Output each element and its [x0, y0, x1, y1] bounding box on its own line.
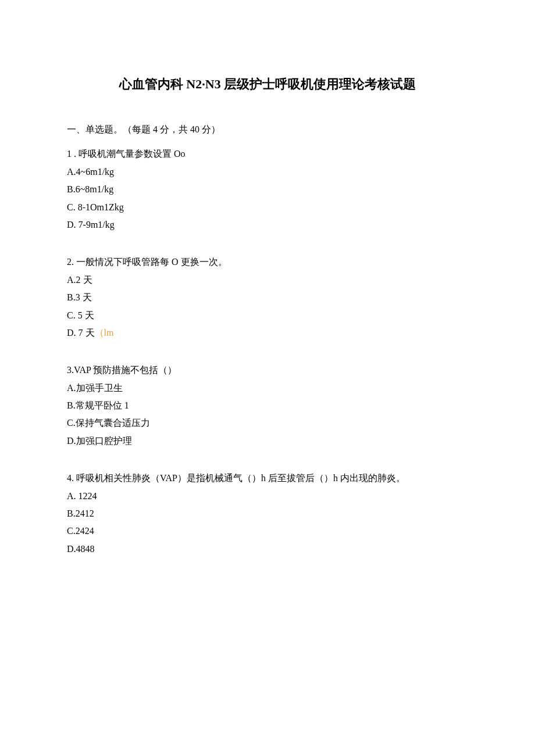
question-block-2: 2. 一般情况下呼吸管路每 O 更换一次。 A.2 天 B.3 天 C. 5 天…: [67, 253, 468, 342]
question-2-option-d: D. 7 天（lm: [67, 324, 468, 342]
question-3-option-d: D.加强口腔护理: [67, 432, 468, 450]
question-3-text: 3.VAP 预防措施不包括（）: [67, 361, 468, 379]
question-block-4: 4. 呼吸机相关性肺炎（VAP）是指机械通气（）h 后至拔管后（）h 内出现的肺…: [67, 470, 468, 558]
question-3-option-b: B.常规平卧位 1: [67, 397, 468, 414]
question-4-option-b: B.2412: [67, 505, 468, 522]
question-4-option-c: C.2424: [67, 522, 468, 540]
question-1-option-b: B.6~8m1/kg: [67, 181, 468, 198]
question-2-text: 2. 一般情况下呼吸管路每 O 更换一次。: [67, 253, 468, 271]
question-1-option-d: D. 7-9m1/kg: [67, 216, 468, 234]
question-3-option-c: C.保持气囊合适压力: [67, 414, 468, 432]
question-block-1: 1 . 呼吸机潮气量参数设置 Oo A.4~6m1/kg B.6~8m1/kg …: [67, 145, 468, 234]
question-2-option-c: C. 5 天: [67, 307, 468, 324]
question-1-option-a: A.4~6m1/kg: [67, 163, 468, 181]
question-4-option-d: D.4848: [67, 540, 468, 558]
question-4-text: 4. 呼吸机相关性肺炎（VAP）是指机械通气（）h 后至拔管后（）h 内出现的肺…: [67, 470, 468, 487]
question-1-text: 1 . 呼吸机潮气量参数设置 Oo: [67, 145, 468, 163]
section-header: 一、单选题。（每题 4 分，共 40 分）: [67, 121, 468, 138]
question-2-option-a: A.2 天: [67, 271, 468, 289]
question-2-option-b: B.3 天: [67, 289, 468, 306]
question-2-option-d-text: D. 7 天: [67, 328, 95, 338]
page-title: 心血管内科 N2·N3 层级护士呼吸机使用理论考核试题: [67, 76, 468, 93]
question-block-3: 3.VAP 预防措施不包括（） A.加强手卫生 B.常规平卧位 1 C.保持气囊…: [67, 361, 468, 450]
question-2-suffix: （lm: [95, 328, 114, 338]
question-4-option-a: A. 1224: [67, 488, 468, 505]
question-3-option-a: A.加强手卫生: [67, 379, 468, 397]
question-1-option-c: C. 8-1Om1Zkg: [67, 199, 468, 216]
